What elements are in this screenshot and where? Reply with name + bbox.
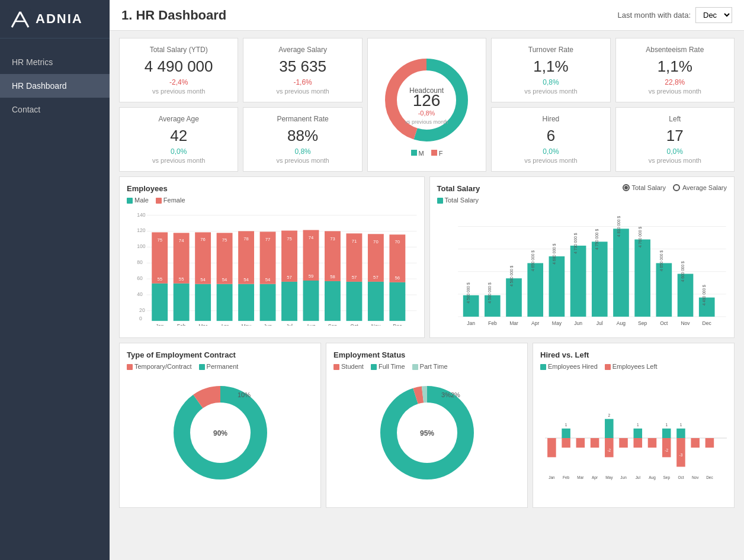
employees-chart-title: Employees (127, 184, 417, 193)
bar-jul: 57 75 Jul (281, 231, 297, 326)
svg-text:-1: -1 (565, 448, 568, 452)
hl-aug: -1 Aug (648, 438, 657, 480)
svg-text:Feb: Feb (488, 320, 496, 326)
perm-rate-value: 88% (251, 127, 354, 145)
svg-text:Nov: Nov (692, 475, 699, 479)
header-filter: Last month with data: Dec (617, 7, 732, 23)
left-vs: vs previous month (623, 157, 727, 164)
radio-avg-salary[interactable]: Average Salary (673, 184, 727, 191)
kpi-absenteeism: Absenteeism Rate 1,1% 22,8% vs previous … (615, 38, 735, 102)
svg-text:75: 75 (287, 236, 292, 242)
svg-text:59: 59 (309, 273, 314, 279)
radio-avg-icon (673, 184, 680, 191)
total-salary-chart-title: Total Salary (437, 184, 480, 193)
salary-bar-jul: 4 750 000 $ Jul (591, 229, 607, 327)
svg-text:1: 1 (637, 423, 639, 427)
dashboard-content: Total Salary (YTD) 4 490 000 -2,4% vs pr… (110, 31, 744, 560)
svg-rect-123 (698, 298, 714, 317)
svg-rect-165 (648, 438, 657, 448)
svg-text:4 580 000 $: 4 580 000 $ (509, 266, 513, 287)
employment-status-card: Employment Status Student Full Time Part… (326, 343, 528, 508)
svg-rect-138 (547, 438, 556, 457)
svg-text:May: May (241, 323, 251, 326)
svg-text:100: 100 (137, 243, 146, 249)
svg-text:57: 57 (287, 275, 292, 280)
svg-text:Jun: Jun (574, 320, 582, 326)
absenteeism-vs: vs previous month (623, 88, 727, 95)
svg-text:54: 54 (200, 277, 206, 282)
svg-rect-93 (484, 295, 500, 317)
bar-mar: 54 76 Mar (195, 233, 211, 326)
total-salary-radio-group: Total Salary Average Salary (623, 184, 727, 191)
hl-jul: 1 -1 Jul (634, 423, 643, 479)
headcount-legend-f: F (431, 150, 443, 157)
svg-text:Oct: Oct (678, 475, 684, 479)
svg-text:-2: -2 (607, 448, 611, 452)
svg-text:Feb: Feb (177, 323, 186, 326)
svg-rect-55 (281, 282, 297, 321)
avg-age-title: Average Age (127, 115, 230, 123)
sidebar-item-hr-dashboard[interactable]: HR Dashboard (0, 74, 110, 98)
hl-jan: -2 Jan (547, 438, 556, 479)
svg-text:60: 60 (137, 275, 143, 281)
bar-dec: 56 70 Dec (389, 234, 405, 326)
hired-left-legend: Employees Hired Employees Left (540, 363, 727, 370)
svg-rect-120 (677, 274, 693, 317)
sidebar: ADNIA HR Metrics HR Dashboard Contact (0, 0, 110, 560)
adnia-logo-icon (9, 8, 31, 30)
svg-rect-70 (346, 282, 362, 321)
sidebar-item-hr-metrics[interactable]: HR Metrics (0, 50, 110, 74)
avg-age-change: 0,0% (127, 147, 230, 156)
svg-rect-173 (676, 429, 685, 438)
employment-contract-donut: 90% 10% (167, 379, 274, 486)
hired-title: Hired (499, 115, 602, 123)
svg-text:Oct: Oct (660, 320, 668, 326)
salary-bar-aug: 4 810 000 $ Aug (613, 216, 629, 327)
hired-vs: vs previous month (499, 157, 602, 164)
sidebar-item-contact[interactable]: Contact (0, 98, 110, 121)
svg-text:54: 54 (222, 277, 227, 282)
salary-bar-dec: 4 490 000 $ Dec (698, 285, 714, 326)
svg-rect-117 (656, 263, 672, 317)
svg-text:73: 73 (330, 236, 335, 242)
avg-salary-value: 35 635 (251, 57, 354, 76)
svg-rect-161 (634, 438, 643, 448)
svg-text:Apr: Apr (531, 320, 539, 326)
svg-text:1: 1 (565, 423, 567, 427)
bar-aug: 59 74 Aug (303, 230, 319, 326)
employment-status-title: Employment Status (333, 350, 520, 359)
svg-text:54: 54 (265, 277, 271, 282)
svg-rect-25 (152, 284, 168, 321)
svg-text:Mar: Mar (509, 320, 518, 326)
svg-text:4 810 000 $: 4 810 000 $ (616, 216, 620, 237)
total-salary-bar-svg: 4 500 000 $ Jan 4 500 000 $ Feb 4 580 00… (437, 210, 727, 328)
svg-text:Nov: Nov (371, 323, 381, 326)
total-salary-change: -2,4% (127, 78, 230, 86)
svg-text:May: May (605, 475, 613, 480)
salary-bar-mar: 4 580 000 $ Mar (506, 266, 522, 327)
sidebar-logo: ADNIA (0, 0, 110, 38)
svg-text:Jun: Jun (264, 323, 272, 326)
svg-text:Jul: Jul (596, 320, 602, 326)
svg-text:Aug: Aug (306, 323, 316, 326)
svg-text:56: 56 (395, 275, 400, 281)
svg-text:Jul: Jul (286, 323, 293, 326)
absenteeism-change: 22,8% (623, 78, 727, 86)
legend-left: Employees Left (605, 363, 658, 370)
svg-text:Nov: Nov (681, 320, 690, 326)
svg-text:1: 1 (665, 423, 668, 427)
svg-text:4 600 000 $: 4 600 000 $ (681, 261, 685, 282)
bar-may: 54 78 May (238, 231, 254, 326)
svg-rect-168 (662, 429, 671, 438)
svg-text:4 650 000 $: 4 650 000 $ (659, 250, 663, 271)
radio-total-salary[interactable]: Total Salary (623, 184, 666, 191)
bar-feb: 55 74 Feb (174, 233, 190, 326)
month-filter-select[interactable]: Dec (695, 7, 732, 23)
turnover-vs: vs previous month (499, 88, 602, 95)
svg-rect-35 (195, 284, 211, 321)
svg-rect-102 (549, 256, 565, 317)
kpi-hired: Hired 6 0,0% vs previous month (491, 107, 610, 172)
total-salary-title: Total Salary (YTD) (127, 46, 230, 54)
salary-bar-sep: 4 760 000 $ Sep (634, 227, 650, 326)
svg-text:-0,8%: -0,8% (418, 110, 435, 117)
